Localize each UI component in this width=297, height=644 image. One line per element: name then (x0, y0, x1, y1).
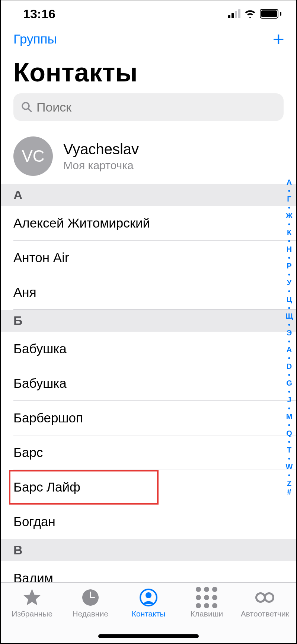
contact-row-highlighted[interactable]: Барс Лайф (9, 470, 159, 505)
section-header: Б (1, 310, 296, 332)
battery-icon (260, 9, 281, 19)
contact-row[interactable]: Антон Air (13, 241, 296, 275)
index-letter[interactable]: # (287, 488, 291, 496)
index-letter[interactable]: • (288, 371, 290, 379)
index-letter[interactable]: • (288, 421, 290, 429)
index-letter[interactable]: • (288, 304, 290, 312)
page-title: Контакты (1, 51, 296, 93)
index-letter[interactable]: Ж (286, 212, 293, 220)
contact-row[interactable]: Барбершоп (13, 401, 296, 435)
index-letter[interactable]: • (288, 404, 290, 412)
tab-voicemail[interactable]: Автоответчик (236, 588, 294, 643)
search-icon (21, 101, 33, 113)
index-letter[interactable]: D (287, 362, 292, 371)
index-letter[interactable]: Z (287, 479, 291, 488)
tab-label: Недавние (72, 609, 108, 618)
contact-row[interactable]: Вадим (13, 561, 296, 582)
index-letter[interactable]: • (288, 254, 290, 262)
index-letter[interactable]: Ц (287, 295, 292, 304)
nav-bar: Группы + (1, 27, 296, 51)
status-icons (228, 9, 281, 19)
contact-row[interactable]: Барс (13, 435, 296, 470)
index-letter[interactable]: • (288, 270, 290, 278)
index-letter[interactable]: Г (287, 195, 291, 203)
section-header: В (1, 539, 296, 561)
index-letter[interactable]: • (288, 237, 290, 245)
search-field[interactable] (13, 93, 284, 121)
index-letter[interactable]: T (287, 446, 291, 454)
index-letter[interactable]: У (287, 278, 291, 287)
home-indicator[interactable] (98, 634, 199, 638)
status-time: 13:16 (23, 7, 55, 21)
wifi-icon (244, 9, 256, 18)
contact-row[interactable]: Бабушка (13, 332, 296, 366)
tab-label: Клавиши (191, 609, 223, 618)
index-letter[interactable]: Э (287, 329, 292, 337)
index-letter[interactable]: • (288, 337, 290, 345)
contact-row[interactable]: Алексей Житомирский (13, 206, 296, 241)
tab-label: Автоответчик (241, 609, 289, 618)
section-header: А (1, 184, 296, 206)
index-letter[interactable]: • (288, 287, 290, 295)
keypad-icon (196, 588, 217, 607)
index-letter[interactable]: Н (287, 245, 292, 254)
add-button[interactable]: + (272, 29, 284, 49)
contact-row[interactable]: Богдан (13, 505, 296, 539)
index-letter[interactable]: • (288, 438, 290, 446)
star-icon (22, 588, 42, 607)
svg-line-1 (28, 109, 31, 112)
svg-point-4 (146, 592, 151, 598)
tab-label: Избранные (12, 609, 52, 618)
index-letter[interactable]: • (288, 220, 290, 228)
contacts-list[interactable]: А Алексей Житомирский Антон Air Аня Б Ба… (1, 184, 296, 582)
cellular-icon (228, 9, 240, 18)
index-letter[interactable]: • (288, 471, 290, 479)
contact-row[interactable]: Бабушка (13, 366, 296, 401)
contact-row[interactable]: Аня (13, 275, 296, 310)
status-bar: 13:16 (1, 0, 296, 27)
index-letter[interactable]: • (288, 454, 290, 463)
tab-label: Контакты (132, 609, 166, 618)
index-letter[interactable]: К (287, 228, 291, 237)
index-letter[interactable]: • (288, 203, 290, 212)
index-letter[interactable]: • (288, 321, 290, 329)
my-card-name: Vyacheslav (63, 141, 139, 158)
index-letter[interactable]: • (288, 187, 290, 195)
contact-icon (139, 588, 158, 607)
search-input[interactable] (36, 100, 276, 115)
index-letter[interactable]: Q (286, 429, 292, 438)
index-letter[interactable]: J (287, 396, 291, 404)
index-letter[interactable]: Щ (285, 312, 293, 321)
index-letter[interactable]: A (287, 345, 292, 354)
tab-favorites[interactable]: Избранные (3, 588, 61, 643)
index-letter[interactable]: G (286, 379, 292, 387)
groups-button[interactable]: Группы (13, 32, 57, 46)
clock-icon (82, 588, 99, 607)
index-letter[interactable]: • (288, 354, 290, 362)
index-letter[interactable]: А (287, 178, 292, 187)
index-letter[interactable]: M (286, 412, 293, 421)
index-letter[interactable]: W (286, 463, 293, 471)
my-card[interactable]: VC Vyacheslav Моя карточка (1, 130, 296, 184)
voicemail-icon (255, 588, 274, 607)
index-strip[interactable]: А•Г•Ж•К•Н•Р•У•Ц•Щ•Э•A•D•G•J•M•Q•T•W•Z# (284, 178, 295, 496)
index-letter[interactable]: • (288, 387, 290, 396)
avatar: VC (13, 136, 53, 176)
my-card-sublabel: Моя карточка (63, 159, 139, 172)
index-letter[interactable]: Р (287, 262, 291, 270)
